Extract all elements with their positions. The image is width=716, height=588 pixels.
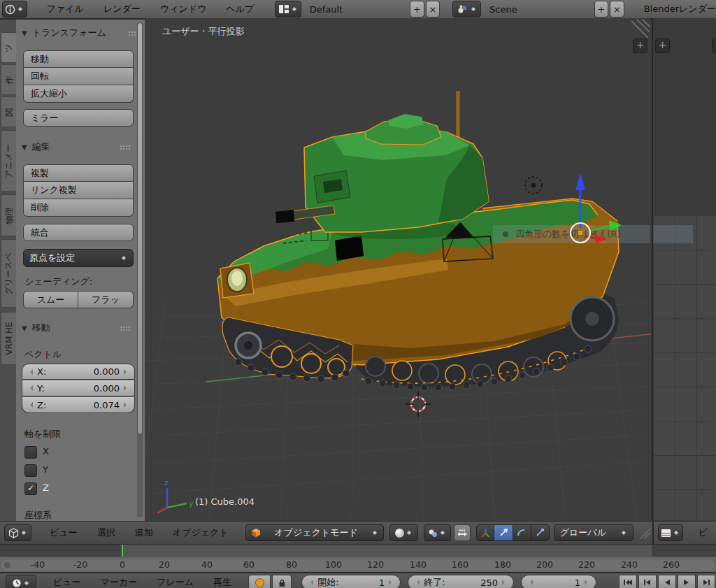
- scene-add-button[interactable]: +: [594, 1, 609, 17]
- manipulator-translate-button[interactable]: [494, 524, 513, 541]
- menu-marker[interactable]: マーカー: [91, 576, 148, 588]
- menu-select[interactable]: 選択: [87, 526, 125, 539]
- join-button[interactable]: 統合: [23, 224, 134, 241]
- panel-header-edit[interactable]: ▼ 編集: [22, 141, 131, 153]
- menu-view[interactable]: ビュー: [40, 526, 87, 539]
- properties-region-toggle[interactable]: +: [633, 38, 647, 53]
- frame-end-field[interactable]: 終了: 250: [408, 575, 514, 588]
- orientation-dropdown[interactable]: グローバル: [554, 524, 634, 541]
- mirror-button[interactable]: ミラー: [23, 109, 134, 127]
- panel-header-move[interactable]: ▼ 移動: [22, 322, 131, 334]
- layout-name-field[interactable]: Default: [310, 4, 343, 15]
- tab-grease-pencil[interactable]: グリースペ: [1, 239, 17, 308]
- move-button[interactable]: 移動: [23, 50, 134, 68]
- decrement-arrow-icon[interactable]: [414, 580, 420, 585]
- manipulator-toggle-button[interactable]: [476, 524, 494, 541]
- axis-x-checkbox[interactable]: [24, 446, 37, 459]
- duplicate-button[interactable]: 複製: [23, 164, 134, 182]
- menu-object[interactable]: オブジェクト: [163, 526, 238, 539]
- empty-object-marker[interactable]: [525, 177, 542, 194]
- scene-name-field[interactable]: Scene: [489, 4, 517, 15]
- pivot-point-dropdown[interactable]: [424, 524, 451, 541]
- decrement-arrow-icon[interactable]: [27, 369, 33, 375]
- z-arrow-icon[interactable]: [575, 173, 585, 190]
- manipulator-scale-button[interactable]: [531, 524, 550, 541]
- rotate-button[interactable]: 回転: [23, 68, 134, 85]
- tab-tools[interactable]: ツ: [1, 32, 17, 63]
- layout-add-button[interactable]: +: [410, 1, 424, 17]
- decrement-arrow-icon[interactable]: [27, 385, 33, 391]
- editor-type-button-info[interactable]: [2, 1, 27, 17]
- decrement-arrow-icon[interactable]: [527, 580, 533, 585]
- corner-resize-grip[interactable]: [631, 20, 650, 38]
- viewport-shading-dropdown[interactable]: [389, 524, 418, 541]
- timeline-scrollbar[interactable]: [1, 559, 715, 571]
- increment-arrow-icon[interactable]: [124, 385, 129, 391]
- editor-type-button-3dview[interactable]: [4, 524, 31, 541]
- panel-grip-icon[interactable]: [120, 326, 131, 331]
- set-origin-dropdown[interactable]: 原点を設定: [23, 249, 134, 267]
- vector-y-field[interactable]: Y: 0.000: [22, 380, 135, 396]
- menu-frame[interactable]: フレーム: [147, 576, 203, 588]
- y-arrow-icon[interactable]: [609, 220, 622, 231]
- menu-window[interactable]: ウィンドウ: [150, 3, 217, 15]
- scale-button[interactable]: 拡大縮小: [23, 85, 134, 103]
- scrollbar-handle-icon[interactable]: [4, 562, 10, 568]
- delete-button[interactable]: 削除: [23, 199, 134, 217]
- menu-add[interactable]: 追加: [125, 526, 163, 539]
- increment-arrow-icon[interactable]: [124, 402, 129, 408]
- mode-dropdown[interactable]: オブジェクトモード: [245, 524, 384, 541]
- vector-x-field[interactable]: X: 0.000: [22, 364, 135, 380]
- properties-region-toggle[interactable]: +: [712, 38, 716, 53]
- menu-view-partial[interactable]: ビ: [689, 526, 716, 539]
- increment-arrow-icon[interactable]: [585, 580, 590, 585]
- toolshelf-region-toggle[interactable]: +: [655, 38, 670, 53]
- tab-animation[interactable]: アニメー: [1, 130, 17, 192]
- timeline-track-area[interactable]: [0, 545, 716, 557]
- shade-flat-button[interactable]: フラッ: [78, 291, 134, 308]
- lock-button[interactable]: [272, 575, 292, 588]
- pivot-align-toggle[interactable]: [454, 524, 471, 541]
- increment-arrow-icon[interactable]: [502, 580, 508, 585]
- editor-type-button-timeline[interactable]: [6, 575, 36, 588]
- decrement-arrow-icon[interactable]: [308, 580, 313, 585]
- screen-layout-button[interactable]: [275, 1, 301, 17]
- menu-file[interactable]: ファイル: [37, 3, 94, 15]
- increment-arrow-icon[interactable]: [124, 369, 129, 375]
- toolshelf-scrollbar[interactable]: [137, 22, 143, 517]
- secondary-3d-view[interactable]: + +: [652, 18, 716, 521]
- 3d-viewport[interactable]: z y 四角形の数を切り替え(R) ユーザー・平行投影 (1) Cube.00: [145, 18, 650, 521]
- shade-smooth-button[interactable]: スムー: [23, 291, 78, 308]
- decrement-arrow-icon[interactable]: [27, 402, 33, 408]
- tab-vrm-helper[interactable]: VRM HE: [1, 312, 17, 365]
- axis-z-checkbox[interactable]: ✓: [24, 482, 37, 495]
- tab-physics[interactable]: 物理: [1, 194, 17, 236]
- jump-to-start-button[interactable]: [619, 575, 637, 588]
- prev-keyframe-button[interactable]: [638, 575, 657, 588]
- current-frame-field[interactable]: 1: [521, 575, 596, 588]
- menu-view[interactable]: ビュー: [43, 576, 91, 588]
- scene-delete-button[interactable]: ×: [610, 1, 624, 17]
- x-arrow-icon[interactable]: [595, 234, 606, 243]
- translate-manipulator[interactable]: [550, 165, 641, 256]
- frame-start-field[interactable]: 開始: 1: [301, 575, 401, 588]
- tab-relations[interactable]: 関: [1, 96, 17, 127]
- timeline-playhead[interactable]: [122, 545, 123, 557]
- menu-help[interactable]: ヘルプ: [216, 3, 264, 15]
- next-keyframe-button[interactable]: [697, 575, 715, 588]
- layout-delete-button[interactable]: ×: [426, 1, 441, 17]
- tab-create[interactable]: 作: [1, 64, 17, 95]
- increment-arrow-icon[interactable]: [389, 580, 394, 585]
- axis-y-checkbox[interactable]: [24, 464, 37, 477]
- play-reverse-button[interactable]: [658, 575, 676, 588]
- scrollbar-thumb[interactable]: [137, 22, 143, 435]
- render-engine-dropdown[interactable]: Blenderレンダー: [644, 3, 716, 15]
- panel-grip-icon[interactable]: [120, 145, 131, 150]
- header-resize-grip[interactable]: [639, 525, 652, 540]
- timeline-ruler[interactable]: -40 -20 0 20 40 60 80 100 120 140 160 18…: [0, 557, 716, 573]
- panel-header-transform[interactable]: ▼ トランスフォーム: [22, 27, 139, 39]
- manipulator-rotate-button[interactable]: [513, 524, 531, 541]
- autokey-record-button[interactable]: [248, 575, 271, 588]
- scene-selector-button[interactable]: [452, 1, 481, 17]
- play-button[interactable]: [678, 575, 696, 588]
